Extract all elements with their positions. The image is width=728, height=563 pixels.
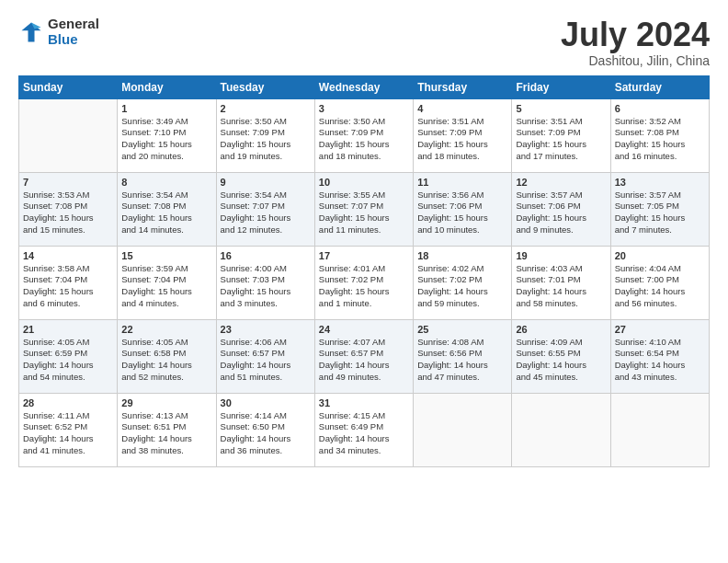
calendar-table: SundayMondayTuesdayWednesdayThursdayFrid… xyxy=(18,75,710,467)
cell-5-6 xyxy=(512,393,610,466)
cell-1-3: 2Sunrise: 3:50 AM Sunset: 7:09 PM Daylig… xyxy=(216,98,314,172)
cell-content: Sunrise: 4:15 AM Sunset: 6:49 PM Dayligh… xyxy=(319,410,409,457)
day-number: 15 xyxy=(121,250,211,261)
day-number: 26 xyxy=(516,324,606,335)
cell-4-1: 21Sunrise: 4:05 AM Sunset: 6:59 PM Dayli… xyxy=(19,319,118,393)
cell-content: Sunrise: 3:50 AM Sunset: 7:09 PM Dayligh… xyxy=(319,116,409,163)
cell-4-2: 22Sunrise: 4:05 AM Sunset: 6:58 PM Dayli… xyxy=(118,319,216,393)
cell-5-5 xyxy=(414,393,512,466)
day-number: 20 xyxy=(615,250,705,261)
cell-4-4: 24Sunrise: 4:07 AM Sunset: 6:57 PM Dayli… xyxy=(314,319,413,393)
day-number: 4 xyxy=(417,103,507,114)
logo-blue-text: Blue xyxy=(48,32,99,48)
cell-1-6: 5Sunrise: 3:51 AM Sunset: 7:09 PM Daylig… xyxy=(512,98,610,172)
location: Dashitou, Jilin, China xyxy=(561,53,710,68)
day-number: 12 xyxy=(516,177,606,188)
day-number: 13 xyxy=(615,177,705,188)
cell-1-7: 6Sunrise: 3:52 AM Sunset: 7:08 PM Daylig… xyxy=(610,98,709,172)
cell-content: Sunrise: 3:59 AM Sunset: 7:04 PM Dayligh… xyxy=(121,263,211,310)
day-header-sunday: Sunday xyxy=(19,75,118,98)
cell-1-1 xyxy=(19,98,118,172)
day-number: 7 xyxy=(23,177,113,188)
day-header-row: SundayMondayTuesdayWednesdayThursdayFrid… xyxy=(19,75,710,98)
day-number: 24 xyxy=(319,324,409,335)
day-header-saturday: Saturday xyxy=(610,75,709,98)
cell-content: Sunrise: 3:51 AM Sunset: 7:09 PM Dayligh… xyxy=(417,116,507,163)
cell-2-6: 12Sunrise: 3:57 AM Sunset: 7:06 PM Dayli… xyxy=(512,172,610,246)
day-number: 19 xyxy=(516,250,606,261)
week-row-4: 21Sunrise: 4:05 AM Sunset: 6:59 PM Dayli… xyxy=(19,319,710,393)
day-number: 21 xyxy=(23,324,113,335)
cell-4-6: 26Sunrise: 4:09 AM Sunset: 6:55 PM Dayli… xyxy=(512,319,610,393)
day-number: 3 xyxy=(319,103,409,114)
cell-3-6: 19Sunrise: 4:03 AM Sunset: 7:01 PM Dayli… xyxy=(512,246,610,319)
cell-content: Sunrise: 3:54 AM Sunset: 7:08 PM Dayligh… xyxy=(121,190,211,236)
day-number: 31 xyxy=(319,397,409,408)
day-number: 14 xyxy=(23,250,113,261)
cell-content: Sunrise: 3:51 AM Sunset: 7:09 PM Dayligh… xyxy=(516,116,606,163)
day-number: 18 xyxy=(417,250,507,261)
day-number: 9 xyxy=(221,177,311,188)
cell-content: Sunrise: 4:09 AM Sunset: 6:55 PM Dayligh… xyxy=(516,337,606,384)
cell-2-2: 8Sunrise: 3:54 AM Sunset: 7:08 PM Daylig… xyxy=(118,172,216,246)
cell-content: Sunrise: 4:04 AM Sunset: 7:00 PM Dayligh… xyxy=(615,263,705,310)
cell-5-4: 31Sunrise: 4:15 AM Sunset: 6:49 PM Dayli… xyxy=(314,393,413,466)
cell-content: Sunrise: 4:08 AM Sunset: 6:56 PM Dayligh… xyxy=(417,337,507,384)
day-header-wednesday: Wednesday xyxy=(314,75,413,98)
cell-content: Sunrise: 3:56 AM Sunset: 7:06 PM Dayligh… xyxy=(417,190,507,236)
day-number: 2 xyxy=(221,103,311,114)
cell-content: Sunrise: 4:13 AM Sunset: 6:51 PM Dayligh… xyxy=(121,410,211,457)
day-number: 1 xyxy=(121,103,211,114)
cell-4-3: 23Sunrise: 4:06 AM Sunset: 6:57 PM Dayli… xyxy=(216,319,314,393)
cell-5-2: 29Sunrise: 4:13 AM Sunset: 6:51 PM Dayli… xyxy=(118,393,216,466)
cell-5-7 xyxy=(610,393,709,466)
cell-1-4: 3Sunrise: 3:50 AM Sunset: 7:09 PM Daylig… xyxy=(314,98,413,172)
cell-3-3: 16Sunrise: 4:00 AM Sunset: 7:03 PM Dayli… xyxy=(216,246,314,319)
day-number: 8 xyxy=(121,177,211,188)
cell-2-1: 7Sunrise: 3:53 AM Sunset: 7:08 PM Daylig… xyxy=(19,172,118,246)
day-header-tuesday: Tuesday xyxy=(216,75,314,98)
week-row-5: 28Sunrise: 4:11 AM Sunset: 6:52 PM Dayli… xyxy=(19,393,710,466)
cell-3-2: 15Sunrise: 3:59 AM Sunset: 7:04 PM Dayli… xyxy=(118,246,216,319)
cell-content: Sunrise: 3:57 AM Sunset: 7:05 PM Dayligh… xyxy=(615,190,705,236)
logo: General Blue xyxy=(18,17,99,47)
cell-4-7: 27Sunrise: 4:10 AM Sunset: 6:54 PM Dayli… xyxy=(610,319,709,393)
day-number: 27 xyxy=(615,324,705,335)
week-row-2: 7Sunrise: 3:53 AM Sunset: 7:08 PM Daylig… xyxy=(19,172,710,246)
day-number: 11 xyxy=(417,177,507,188)
day-number: 30 xyxy=(221,397,311,408)
cell-content: Sunrise: 4:10 AM Sunset: 6:54 PM Dayligh… xyxy=(615,337,705,384)
day-number: 29 xyxy=(121,397,211,408)
cell-content: Sunrise: 3:54 AM Sunset: 7:07 PM Dayligh… xyxy=(221,190,311,236)
day-number: 16 xyxy=(221,250,311,261)
month-title: July 2024 xyxy=(561,17,710,53)
cell-2-5: 11Sunrise: 3:56 AM Sunset: 7:06 PM Dayli… xyxy=(414,172,512,246)
calendar-page: General Blue July 2024 Dashitou, Jilin, … xyxy=(0,0,728,563)
cell-3-1: 14Sunrise: 3:58 AM Sunset: 7:04 PM Dayli… xyxy=(19,246,118,319)
day-number: 10 xyxy=(319,177,409,188)
cell-content: Sunrise: 3:55 AM Sunset: 7:07 PM Dayligh… xyxy=(319,190,409,236)
cell-2-4: 10Sunrise: 3:55 AM Sunset: 7:07 PM Dayli… xyxy=(314,172,413,246)
week-row-1: 1Sunrise: 3:49 AM Sunset: 7:10 PM Daylig… xyxy=(19,98,710,172)
week-row-3: 14Sunrise: 3:58 AM Sunset: 7:04 PM Dayli… xyxy=(19,246,710,319)
svg-marker-0 xyxy=(22,22,41,41)
cell-content: Sunrise: 4:14 AM Sunset: 6:50 PM Dayligh… xyxy=(221,410,311,457)
cell-content: Sunrise: 4:11 AM Sunset: 6:52 PM Dayligh… xyxy=(23,410,113,457)
logo-general-text: General xyxy=(48,17,99,32)
cell-content: Sunrise: 3:50 AM Sunset: 7:09 PM Dayligh… xyxy=(221,116,311,163)
cell-content: Sunrise: 4:02 AM Sunset: 7:02 PM Dayligh… xyxy=(417,263,507,310)
cell-3-5: 18Sunrise: 4:02 AM Sunset: 7:02 PM Dayli… xyxy=(414,246,512,319)
cell-3-7: 20Sunrise: 4:04 AM Sunset: 7:00 PM Dayli… xyxy=(610,246,709,319)
day-number: 23 xyxy=(221,324,311,335)
logo-text: General Blue xyxy=(48,17,99,47)
day-header-friday: Friday xyxy=(512,75,610,98)
title-block: July 2024 Dashitou, Jilin, China xyxy=(561,17,710,68)
cell-content: Sunrise: 3:53 AM Sunset: 7:08 PM Dayligh… xyxy=(23,190,113,236)
day-header-monday: Monday xyxy=(118,75,216,98)
day-header-thursday: Thursday xyxy=(414,75,512,98)
cell-content: Sunrise: 4:01 AM Sunset: 7:02 PM Dayligh… xyxy=(319,263,409,310)
day-number: 5 xyxy=(516,103,606,114)
cell-1-5: 4Sunrise: 3:51 AM Sunset: 7:09 PM Daylig… xyxy=(414,98,512,172)
day-number: 28 xyxy=(23,397,113,408)
day-number: 25 xyxy=(417,324,507,335)
